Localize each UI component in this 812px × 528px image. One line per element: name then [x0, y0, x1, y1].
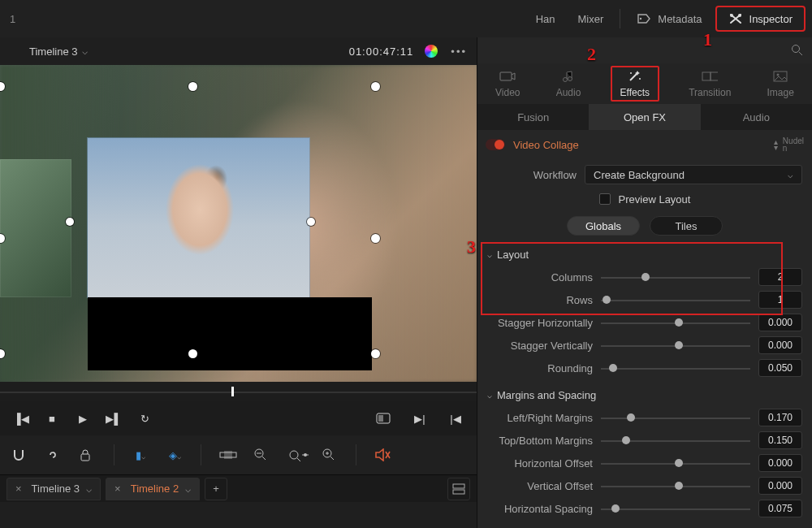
- timeline-tab-3[interactable]: × Timeline 3 ⌵: [6, 478, 101, 500]
- play-button[interactable]: ▶: [75, 413, 91, 425]
- jump-next-button[interactable]: ▶|: [412, 413, 428, 425]
- prev-clip-button[interactable]: ▐◀: [13, 413, 29, 425]
- stagger-v-value[interactable]: 0.000: [758, 336, 802, 354]
- tab-transition[interactable]: Transition: [682, 66, 737, 102]
- timeline-name-dropdown[interactable]: Timeline 3 ⌵: [29, 45, 88, 58]
- svg-point-19: [639, 78, 641, 80]
- stacked-timelines-button[interactable]: [447, 478, 470, 500]
- mute-icon[interactable]: [374, 448, 391, 461]
- subtab-openfx[interactable]: Open FX: [589, 104, 700, 130]
- h-offset-value[interactable]: 0.000: [758, 454, 802, 472]
- chevron-down-icon: ⌵: [788, 170, 793, 180]
- stagger-h-slider[interactable]: [601, 314, 750, 331]
- columns-value[interactable]: 2: [758, 268, 802, 286]
- workflow-select[interactable]: Create Background ⌵: [585, 165, 802, 184]
- pill-tiles[interactable]: Tiles: [650, 216, 723, 236]
- zoom-in-icon[interactable]: [322, 448, 338, 462]
- rounding-value[interactable]: 0.050: [758, 359, 802, 377]
- magnet-icon[interactable]: [11, 448, 28, 462]
- caret-down-icon: ⌵: [487, 391, 492, 400]
- stagger-h-value[interactable]: 0.000: [758, 314, 802, 331]
- edit-toolbar: ▮⌵ ◈⌵: [0, 435, 477, 474]
- jump-prev-button[interactable]: |◀: [447, 413, 464, 425]
- tag-icon: [637, 13, 651, 24]
- margins-section-header[interactable]: ⌵ Margins and Spacing: [487, 389, 802, 401]
- svg-point-18: [630, 72, 632, 74]
- lr-margins-slider[interactable]: [601, 409, 750, 426]
- music-note-icon: [560, 69, 577, 84]
- chevron-down-icon[interactable]: ⌵: [86, 483, 92, 495]
- subtab-audio[interactable]: Audio: [701, 104, 812, 130]
- chevron-down-icon[interactable]: ⌵: [185, 483, 191, 495]
- close-tab-icon[interactable]: ×: [114, 483, 121, 495]
- effect-header: Video Collage ▴▾ Nudel n: [477, 130, 812, 159]
- svg-rect-7: [224, 451, 232, 459]
- match-frame-button[interactable]: [376, 413, 392, 424]
- v-offset-slider[interactable]: [601, 478, 750, 494]
- param-h-offset: Horizontal Offset 0.000: [487, 452, 802, 474]
- preview-layout-checkbox[interactable]: [599, 193, 611, 205]
- preview-layout-label: Preview Layout: [619, 193, 691, 206]
- param-v-offset: Vertical Offset 0.000: [487, 474, 802, 497]
- pill-globals[interactable]: Globals: [567, 216, 640, 236]
- marker-dropdown[interactable]: ◈⌵: [166, 449, 183, 461]
- lr-margins-value[interactable]: 0.170: [758, 409, 802, 426]
- tab-video[interactable]: Video: [489, 66, 526, 102]
- range-icon[interactable]: [219, 449, 235, 461]
- svg-rect-21: [710, 72, 718, 80]
- h-spacing-value[interactable]: 0.075: [758, 500, 802, 517]
- top-menu-bar: 1 Han Mixer Metadata Inspector: [0, 0, 812, 37]
- svg-point-14: [793, 45, 800, 53]
- magic-wand-icon: [627, 69, 643, 84]
- tb-margins-value[interactable]: 0.150: [758, 431, 802, 449]
- timecode-display[interactable]: 01:00:47:11: [349, 45, 414, 58]
- h-offset-slider[interactable]: [601, 455, 750, 471]
- close-tab-icon[interactable]: ×: [15, 483, 22, 495]
- tab-effects[interactable]: Effects: [611, 66, 659, 102]
- add-timeline-tab[interactable]: +: [205, 478, 227, 500]
- layout-section-header[interactable]: ⌵ Layout: [487, 249, 802, 261]
- next-clip-button[interactable]: ▶▌: [106, 413, 122, 425]
- h-spacing-slider[interactable]: [601, 500, 750, 517]
- flag-dropdown[interactable]: ▮⌵: [132, 449, 149, 461]
- tab-image[interactable]: Image: [761, 66, 801, 102]
- stop-button[interactable]: ■: [44, 413, 60, 425]
- rounding-slider[interactable]: [601, 360, 750, 376]
- columns-slider[interactable]: [601, 269, 750, 285]
- stagger-v-slider[interactable]: [601, 337, 750, 353]
- search-icon[interactable]: [791, 44, 804, 57]
- color-wheel-icon[interactable]: [425, 45, 438, 58]
- link-icon[interactable]: [45, 449, 62, 461]
- effect-enable-toggle[interactable]: [486, 139, 505, 150]
- inspector-button[interactable]: Inspector: [715, 6, 806, 32]
- svg-rect-20: [702, 72, 710, 80]
- rows-slider[interactable]: [601, 292, 750, 308]
- subtab-fusion[interactable]: Fusion: [477, 104, 589, 130]
- lock-icon[interactable]: [80, 448, 96, 461]
- v-offset-value[interactable]: 0.000: [758, 477, 802, 495]
- tab-label: Timeline 3: [32, 483, 80, 495]
- workflow-label: Workflow: [487, 169, 577, 181]
- collage-tile-right[interactable]: [88, 138, 309, 297]
- svg-point-2: [738, 14, 741, 17]
- collage-tile-left[interactable]: [0, 159, 71, 297]
- tab-audio[interactable]: Audio: [550, 66, 588, 102]
- tb-margins-slider[interactable]: [601, 432, 750, 448]
- more-options-button[interactable]: •••: [451, 45, 467, 58]
- viewer-scrubber[interactable]: [0, 382, 477, 401]
- effects-subtabs: Fusion Open FX Audio: [477, 104, 812, 130]
- preview-viewport[interactable]: [0, 65, 477, 382]
- effect-title[interactable]: Video Collage: [513, 139, 579, 151]
- margins-head-text: Margins and Spacing: [497, 389, 596, 401]
- reorder-arrows-icon[interactable]: ▴▾: [774, 139, 778, 150]
- param-lr-margins: Left/Right Margins 0.170: [487, 406, 802, 429]
- mixer-button[interactable]: Mixer: [568, 3, 614, 34]
- loop-button[interactable]: ↻: [136, 413, 153, 425]
- metadata-button[interactable]: Metadata: [627, 3, 711, 34]
- tab-label: Timeline 2: [131, 483, 179, 495]
- zoom-out-icon[interactable]: [253, 448, 270, 462]
- timeline-tabs: × Timeline 3 ⌵ × Timeline 2 ⌵ +: [0, 474, 477, 502]
- rows-value[interactable]: 1: [758, 291, 802, 309]
- timeline-tab-2[interactable]: × Timeline 2 ⌵: [106, 478, 200, 500]
- zoom-slider-icon[interactable]: [287, 448, 304, 462]
